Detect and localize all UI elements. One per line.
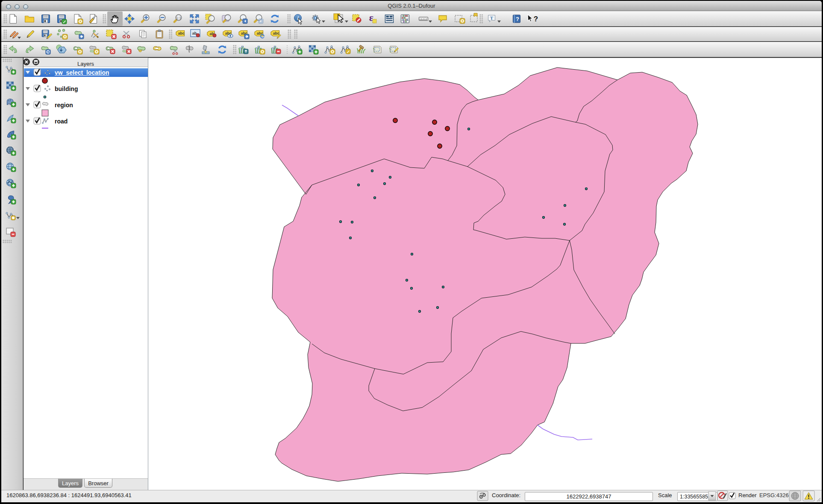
- svg-text:?: ?: [534, 15, 538, 23]
- svg-text:1:1: 1:1: [176, 16, 182, 20]
